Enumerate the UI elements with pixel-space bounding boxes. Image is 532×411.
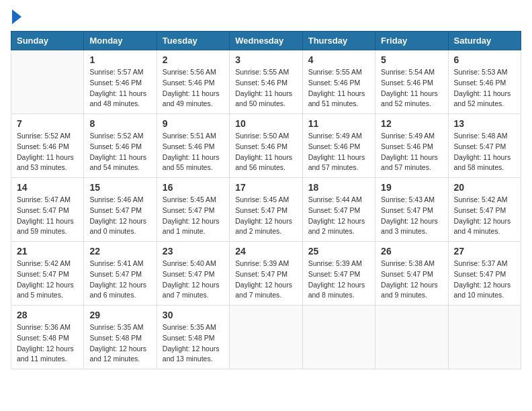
calendar-cell: 16Sunrise: 5:45 AMSunset: 5:47 PMDayligh…	[157, 178, 229, 242]
logo-arrow-icon	[12, 9, 21, 24]
day-info: Sunrise: 5:35 AMSunset: 5:48 PMDaylight:…	[163, 322, 224, 365]
calendar-cell	[230, 306, 302, 369]
day-info: Sunrise: 5:57 AMSunset: 5:46 PMDaylight:…	[89, 67, 150, 109]
day-number: 28	[17, 310, 78, 320]
calendar-cell	[448, 306, 521, 369]
day-info: Sunrise: 5:51 AMSunset: 5:46 PMDaylight:…	[163, 131, 224, 173]
calendar-cell: 1Sunrise: 5:57 AMSunset: 5:46 PMDaylight…	[84, 50, 157, 114]
calendar-cell: 5Sunrise: 5:54 AMSunset: 5:46 PMDaylight…	[375, 50, 448, 114]
day-number: 12	[381, 118, 442, 129]
calendar-cell: 18Sunrise: 5:44 AMSunset: 5:47 PMDayligh…	[302, 178, 375, 242]
day-number: 18	[308, 182, 369, 193]
day-number: 2	[163, 54, 224, 65]
calendar-cell: 28Sunrise: 5:36 AMSunset: 5:48 PMDayligh…	[11, 306, 84, 369]
day-info: Sunrise: 5:41 AMSunset: 5:47 PMDaylight:…	[89, 259, 150, 301]
day-info: Sunrise: 5:44 AMSunset: 5:47 PMDaylight:…	[308, 195, 369, 237]
day-info: Sunrise: 5:37 AMSunset: 5:47 PMDaylight:…	[454, 259, 515, 301]
calendar-cell: 30Sunrise: 5:35 AMSunset: 5:48 PMDayligh…	[157, 306, 229, 369]
header-sunday: Sunday	[11, 32, 84, 50]
calendar-cell: 29Sunrise: 5:35 AMSunset: 5:48 PMDayligh…	[84, 306, 157, 369]
day-number: 11	[308, 118, 369, 129]
calendar-cell: 17Sunrise: 5:45 AMSunset: 5:47 PMDayligh…	[230, 178, 302, 242]
day-info: Sunrise: 5:52 AMSunset: 5:46 PMDaylight:…	[17, 131, 78, 173]
calendar-cell: 10Sunrise: 5:50 AMSunset: 5:46 PMDayligh…	[230, 114, 302, 178]
calendar-cell: 20Sunrise: 5:42 AMSunset: 5:47 PMDayligh…	[448, 178, 521, 242]
day-number: 21	[17, 246, 78, 257]
day-info: Sunrise: 5:55 AMSunset: 5:46 PMDaylight:…	[308, 67, 369, 109]
calendar-cell: 27Sunrise: 5:37 AMSunset: 5:47 PMDayligh…	[448, 242, 521, 306]
calendar-cell	[11, 50, 84, 114]
calendar-cell: 13Sunrise: 5:48 AMSunset: 5:47 PMDayligh…	[448, 114, 521, 178]
day-number: 16	[163, 182, 224, 193]
calendar-cell: 22Sunrise: 5:41 AMSunset: 5:47 PMDayligh…	[84, 242, 157, 306]
day-number: 25	[308, 246, 369, 257]
day-number: 17	[235, 182, 296, 193]
calendar-cell: 21Sunrise: 5:42 AMSunset: 5:47 PMDayligh…	[11, 242, 84, 306]
header-thursday: Thursday	[302, 32, 375, 50]
day-info: Sunrise: 5:36 AMSunset: 5:48 PMDaylight:…	[17, 322, 78, 365]
calendar-cell: 25Sunrise: 5:39 AMSunset: 5:47 PMDayligh…	[302, 242, 375, 306]
day-number: 19	[381, 182, 442, 193]
calendar-cell: 6Sunrise: 5:53 AMSunset: 5:46 PMDaylight…	[448, 50, 521, 114]
calendar-week-3: 14Sunrise: 5:47 AMSunset: 5:47 PMDayligh…	[11, 178, 521, 242]
day-number: 8	[89, 118, 150, 129]
calendar-cell: 8Sunrise: 5:52 AMSunset: 5:46 PMDaylight…	[84, 114, 157, 178]
calendar-cell: 24Sunrise: 5:39 AMSunset: 5:47 PMDayligh…	[230, 242, 302, 306]
day-number: 9	[163, 118, 224, 129]
day-number: 13	[454, 118, 515, 129]
day-info: Sunrise: 5:45 AMSunset: 5:47 PMDaylight:…	[235, 195, 296, 237]
calendar-cell: 9Sunrise: 5:51 AMSunset: 5:46 PMDaylight…	[157, 114, 229, 178]
calendar-cell	[375, 306, 448, 369]
day-number: 5	[381, 54, 442, 65]
day-info: Sunrise: 5:55 AMSunset: 5:46 PMDaylight:…	[235, 67, 296, 109]
day-number: 27	[454, 246, 515, 257]
day-info: Sunrise: 5:35 AMSunset: 5:48 PMDaylight:…	[89, 322, 150, 365]
calendar-week-4: 21Sunrise: 5:42 AMSunset: 5:47 PMDayligh…	[11, 242, 521, 306]
day-info: Sunrise: 5:42 AMSunset: 5:47 PMDaylight:…	[454, 195, 515, 237]
day-number: 20	[454, 182, 515, 193]
calendar-cell: 3Sunrise: 5:55 AMSunset: 5:46 PMDaylight…	[230, 50, 302, 114]
day-info: Sunrise: 5:39 AMSunset: 5:47 PMDaylight:…	[308, 259, 369, 301]
day-number: 6	[454, 54, 515, 65]
day-info: Sunrise: 5:40 AMSunset: 5:47 PMDaylight:…	[163, 259, 224, 301]
calendar-cell: 15Sunrise: 5:46 AMSunset: 5:47 PMDayligh…	[84, 178, 157, 242]
day-number: 10	[235, 118, 296, 129]
day-number: 14	[17, 182, 78, 193]
day-number: 15	[89, 182, 150, 193]
day-info: Sunrise: 5:45 AMSunset: 5:47 PMDaylight:…	[163, 195, 224, 237]
calendar-cell: 12Sunrise: 5:49 AMSunset: 5:46 PMDayligh…	[375, 114, 448, 178]
day-info: Sunrise: 5:49 AMSunset: 5:46 PMDaylight:…	[308, 131, 369, 173]
day-info: Sunrise: 5:47 AMSunset: 5:47 PMDaylight:…	[17, 195, 78, 237]
day-number: 22	[89, 246, 150, 257]
day-number: 7	[17, 118, 78, 129]
day-number: 4	[308, 54, 369, 65]
day-info: Sunrise: 5:39 AMSunset: 5:47 PMDaylight:…	[235, 259, 296, 301]
day-info: Sunrise: 5:48 AMSunset: 5:47 PMDaylight:…	[454, 131, 515, 173]
calendar-week-1: 1Sunrise: 5:57 AMSunset: 5:46 PMDaylight…	[11, 50, 521, 114]
day-info: Sunrise: 5:53 AMSunset: 5:46 PMDaylight:…	[454, 67, 515, 109]
calendar-cell: 23Sunrise: 5:40 AMSunset: 5:47 PMDayligh…	[157, 242, 229, 306]
calendar-header-row: SundayMondayTuesdayWednesdayThursdayFrid…	[11, 32, 521, 50]
day-info: Sunrise: 5:50 AMSunset: 5:46 PMDaylight:…	[235, 131, 296, 173]
day-number: 24	[235, 246, 296, 257]
day-info: Sunrise: 5:56 AMSunset: 5:46 PMDaylight:…	[163, 67, 224, 109]
day-number: 29	[89, 310, 150, 320]
day-number: 1	[89, 54, 150, 65]
day-info: Sunrise: 5:46 AMSunset: 5:47 PMDaylight:…	[89, 195, 150, 237]
header-tuesday: Tuesday	[157, 32, 229, 50]
calendar-cell: 11Sunrise: 5:49 AMSunset: 5:46 PMDayligh…	[302, 114, 375, 178]
day-info: Sunrise: 5:52 AMSunset: 5:46 PMDaylight:…	[89, 131, 150, 173]
day-info: Sunrise: 5:49 AMSunset: 5:46 PMDaylight:…	[381, 131, 442, 173]
header-wednesday: Wednesday	[230, 32, 302, 50]
calendar-week-2: 7Sunrise: 5:52 AMSunset: 5:46 PMDaylight…	[11, 114, 521, 178]
calendar-cell	[302, 306, 375, 369]
header-friday: Friday	[375, 32, 448, 50]
day-info: Sunrise: 5:54 AMSunset: 5:46 PMDaylight:…	[381, 67, 442, 109]
day-number: 30	[163, 310, 224, 320]
header-monday: Monday	[84, 32, 157, 50]
calendar-table: SundayMondayTuesdayWednesdayThursdayFrid…	[11, 31, 521, 369]
page-header	[11, 11, 521, 24]
calendar-cell: 14Sunrise: 5:47 AMSunset: 5:47 PMDayligh…	[11, 178, 84, 242]
logo	[11, 11, 21, 24]
day-number: 23	[163, 246, 224, 257]
